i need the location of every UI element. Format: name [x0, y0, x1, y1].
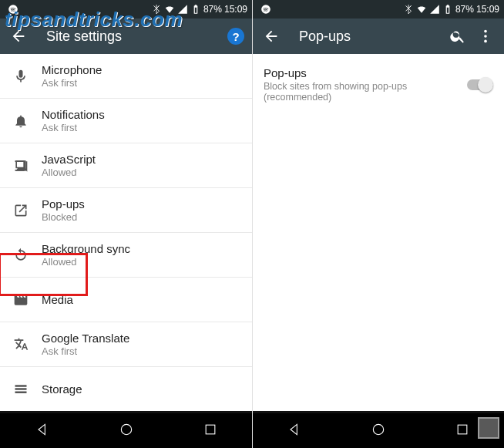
- svg-point-6: [484, 40, 487, 43]
- signal-icon: [429, 4, 440, 15]
- row-media[interactable]: Media: [0, 278, 252, 322]
- row-storage[interactable]: Storage: [0, 367, 252, 411]
- nav-home[interactable]: [119, 422, 134, 440]
- signal-icon: [177, 4, 188, 15]
- square-recents-icon: [455, 422, 470, 437]
- popups-toggle-row[interactable]: Pop-ups Block sites from showing pop-ups…: [253, 54, 504, 115]
- row-javascript[interactable]: JavaScriptAllowed: [0, 143, 252, 188]
- corner-watermark: [478, 417, 499, 439]
- row-sub: Ask first: [42, 77, 102, 89]
- wifi-icon: [164, 4, 175, 15]
- row-title: JavaScript: [42, 153, 96, 166]
- settings-list: MicrophoneAsk first NotificationsAsk fir…: [0, 54, 252, 411]
- row-title: Background sync: [42, 242, 130, 255]
- nav-recents[interactable]: [455, 422, 470, 440]
- page-title: Pop-ups: [299, 29, 444, 45]
- row-background-sync[interactable]: Background syncAllowed: [0, 233, 252, 278]
- nav-bar: [253, 411, 504, 448]
- battery-icon: [442, 4, 453, 15]
- svg-point-4: [484, 30, 487, 33]
- wifi-icon: [416, 4, 427, 15]
- battery-percent: 87%: [203, 4, 222, 15]
- svg-point-7: [373, 424, 383, 434]
- row-sub: Allowed: [42, 256, 130, 268]
- status-bar: 87% 15:09: [253, 0, 504, 19]
- row-popups[interactable]: Pop-upsBlocked: [0, 188, 252, 233]
- row-google-translate[interactable]: Google TranslateAsk first: [0, 322, 252, 367]
- bluetooth-icon: [403, 4, 414, 15]
- nav-home[interactable]: [371, 422, 386, 440]
- back-button[interactable]: [5, 22, 32, 50]
- help-button[interactable]: ?: [227, 28, 244, 45]
- battery-icon: [190, 4, 201, 15]
- app-bar-left: Site settings ?: [0, 19, 252, 54]
- square-recents-icon: [203, 422, 218, 437]
- toggle-switch[interactable]: [467, 79, 493, 90]
- svg-point-1: [121, 424, 131, 434]
- spotify-icon: [260, 4, 271, 15]
- status-time: 15:09: [476, 4, 499, 15]
- row-sub: Ask first: [42, 122, 105, 133]
- javascript-icon: [13, 158, 29, 173]
- row-title: Notifications: [42, 108, 105, 121]
- circle-home-icon: [119, 422, 134, 437]
- status-bar: 87% 15:09: [0, 0, 252, 19]
- search-button[interactable]: [444, 22, 472, 50]
- nav-bar: [0, 411, 252, 448]
- row-title: Pop-ups: [42, 197, 85, 211]
- pane-popups: 87% 15:09 Pop-ups Pop-ups Block sites fr…: [252, 0, 504, 448]
- row-title: Media: [42, 293, 73, 306]
- app-bar-right: Pop-ups: [253, 19, 504, 54]
- storage-icon: [13, 382, 29, 397]
- row-notifications[interactable]: NotificationsAsk first: [0, 99, 252, 143]
- row-sub: Ask first: [42, 345, 129, 357]
- bell-icon: [13, 113, 29, 129]
- toggle-sub: Block sites from showing pop-ups (recomm…: [264, 81, 467, 103]
- svg-rect-2: [206, 425, 215, 434]
- svg-point-5: [484, 35, 487, 38]
- spotify-icon: [8, 4, 18, 15]
- row-title: Microphone: [42, 63, 102, 76]
- arrow-back-icon: [10, 28, 27, 45]
- svg-rect-8: [458, 425, 467, 434]
- microphone-icon: [13, 69, 29, 84]
- back-button[interactable]: [257, 22, 285, 50]
- nav-back[interactable]: [35, 422, 50, 440]
- row-sub: Blocked: [42, 211, 85, 223]
- popup-icon: [13, 203, 29, 218]
- pane-site-settings: 87% 15:09 Site settings ? MicrophoneAsk …: [0, 0, 252, 448]
- battery-percent: 87%: [455, 4, 474, 15]
- more-vert-icon: [477, 28, 494, 45]
- row-microphone[interactable]: MicrophoneAsk first: [0, 54, 252, 99]
- triangle-back-icon: [287, 422, 302, 437]
- media-icon: [13, 292, 29, 308]
- row-title: Storage: [42, 382, 82, 396]
- nav-back[interactable]: [287, 422, 302, 440]
- triangle-back-icon: [35, 422, 50, 437]
- toggle-title: Pop-ups: [264, 66, 467, 79]
- row-sub: Allowed: [42, 167, 96, 178]
- arrow-back-icon: [263, 28, 280, 45]
- translate-icon: [13, 337, 29, 352]
- sync-icon: [13, 248, 29, 263]
- nav-recents[interactable]: [203, 422, 218, 440]
- page-title: Site settings: [46, 29, 227, 45]
- bluetooth-icon: [151, 4, 162, 15]
- search-icon: [449, 28, 466, 45]
- circle-home-icon: [371, 422, 386, 437]
- overflow-button[interactable]: [472, 22, 499, 50]
- status-time: 15:09: [224, 4, 247, 15]
- row-title: Google Translate: [42, 332, 129, 345]
